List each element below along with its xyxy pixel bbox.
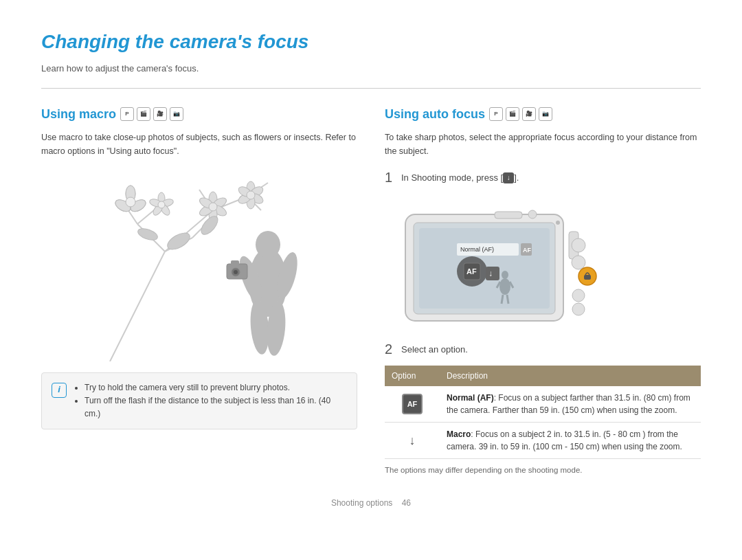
svg-point-38 — [247, 191, 255, 199]
autofocus-icons: P 🎬 🎥 📷 — [489, 107, 552, 121]
svg-point-64 — [499, 278, 510, 295]
table-header-row: Option Description — [385, 366, 701, 386]
svg-point-79 — [572, 303, 585, 315]
table-row: AF Normal (AF): Focus on a subject farth… — [385, 386, 701, 423]
col-option: Option — [385, 366, 440, 386]
tip-item-2: Turn off the flash if the distance to th… — [85, 394, 347, 421]
svg-rect-47 — [231, 260, 239, 266]
af-icon-cell: AF — [385, 386, 440, 423]
page-subtitle: Learn how to adjust the camera's focus. — [41, 62, 701, 76]
camera-svg: Normal (AF) AF AF ↓ — [398, 194, 611, 328]
macro-icons: P 🎬 🎥 📷 — [120, 107, 183, 121]
camera-illustration-container: Normal (AF) AF AF ↓ — [398, 194, 701, 332]
section-divider — [41, 88, 701, 89]
footer-text: Shooting options — [331, 498, 392, 508]
macro-icon: ↓ — [402, 430, 423, 451]
svg-rect-74 — [584, 275, 591, 280]
svg-point-18 — [126, 197, 135, 207]
auto-focus-description: To take sharp photos, select the appropr… — [385, 131, 701, 158]
svg-point-31 — [158, 201, 165, 208]
svg-line-68 — [502, 295, 503, 304]
tip-content: Try to hold the camera very still to pre… — [74, 381, 347, 421]
auto-focus-section: Using auto focus P 🎬 🎥 📷 To take sharp p… — [385, 105, 701, 477]
mode-icon-3: 🎥 — [153, 107, 167, 121]
svg-text:Normal (AF): Normal (AF) — [460, 246, 494, 253]
svg-point-77 — [556, 221, 560, 225]
table-note: The options may differ depending on the … — [385, 464, 701, 476]
page-title: Changing the camera's focus — [41, 27, 701, 56]
svg-point-65 — [502, 271, 508, 279]
auto-focus-section-title: Using auto focus P 🎬 🎥 📷 — [385, 105, 701, 124]
step-1-number: 1 — [385, 169, 396, 186]
svg-rect-0 — [41, 169, 357, 361]
af-mode-icon-3: 🎥 — [522, 107, 536, 121]
af-term: Normal (AF) — [447, 393, 494, 403]
svg-point-25 — [209, 203, 217, 211]
mode-icon-2: 🎬 — [137, 107, 150, 121]
svg-text:↓: ↓ — [488, 269, 493, 278]
tip-list: Try to hold the camera very still to pre… — [74, 381, 347, 421]
svg-text:AF: AF — [523, 247, 531, 254]
step-1: 1 In Shooting mode, press [↓]. — [385, 169, 701, 186]
af-mode-icon-2: 🎬 — [506, 107, 519, 121]
svg-point-76 — [528, 210, 537, 219]
macro-term: Macro — [447, 429, 471, 439]
mode-icon-1: P — [120, 107, 134, 121]
main-content: Using macro P 🎬 🎥 📷 Use macro to take cl… — [41, 105, 701, 477]
step-2: 2 Select an option. — [385, 341, 701, 357]
col-description: Description — [440, 366, 701, 386]
tip-box: i Try to hold the camera very still to p… — [41, 372, 357, 430]
svg-text:AF: AF — [466, 267, 477, 276]
macro-description-cell: Macro: Focus on a subject 2 in. to 31.5 … — [440, 423, 701, 459]
macro-illustration — [41, 169, 357, 361]
svg-point-71 — [572, 238, 585, 252]
table-row: ↓ Macro: Focus on a subject 2 in. to 31.… — [385, 423, 701, 459]
step-2-text: Select an option. — [401, 341, 468, 357]
macro-description: Use macro to take close-up photos of sub… — [41, 131, 357, 158]
tip-item-1: Try to hold the camera very still to pre… — [85, 381, 347, 394]
svg-rect-62 — [486, 267, 499, 280]
option-table: Option Description AF Normal (AF): Focus… — [385, 366, 701, 459]
svg-rect-75 — [495, 212, 522, 219]
macro-desc-text: : Focus on a subject 2 in. to 31.5 in. (… — [447, 429, 682, 451]
step-2-number: 2 — [385, 341, 396, 357]
macro-section: Using macro P 🎬 🎥 📷 Use macro to take cl… — [41, 105, 357, 477]
svg-line-69 — [507, 295, 508, 304]
footer-page-number: 46 — [402, 498, 411, 508]
macro-icon-cell: ↓ — [385, 423, 440, 459]
af-icon: AF — [402, 394, 423, 414]
svg-point-49 — [234, 270, 238, 274]
svg-point-78 — [572, 289, 585, 302]
page-footer: Shooting options 46 — [41, 497, 701, 509]
af-mode-icon-4: 📷 — [539, 107, 552, 121]
macro-section-title: Using macro P 🎬 🎥 📷 — [41, 105, 357, 124]
svg-point-72 — [572, 256, 585, 269]
svg-point-43 — [256, 231, 280, 258]
mode-icon-4: 📷 — [170, 107, 183, 121]
tip-icon: i — [52, 383, 67, 398]
af-description-cell: Normal (AF): Focus on a subject farther … — [440, 386, 701, 423]
af-mode-icon-1: P — [489, 107, 503, 121]
step-1-text: In Shooting mode, press [↓]. — [401, 169, 519, 185]
